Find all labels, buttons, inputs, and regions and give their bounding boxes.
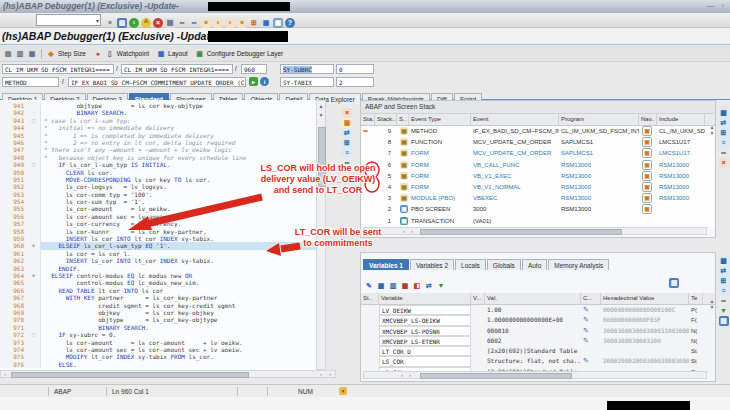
- code-line-958[interactable]: 958 ls_cor-kunnr = ls_cor_key-partner.: [0, 228, 316, 235]
- line-number[interactable]: 959: [0, 235, 27, 242]
- fold-margin[interactable]: [27, 154, 41, 161]
- line-number[interactable]: 953: [0, 191, 27, 198]
- navigate-icon[interactable]: ▣: [642, 126, 652, 136]
- code-line-959[interactable]: 959 INSERT ls_cor INTO lt_cor INDEX sy-t…: [0, 235, 316, 242]
- variables-col-hexadecimalvalue[interactable]: Hexadecimal Value: [601, 293, 689, 304]
- fold-margin[interactable]: [27, 183, 41, 190]
- fold-margin[interactable]: [27, 257, 41, 264]
- variable-row-lt-cor-d[interactable]: LT_COR_D[2x20(692)]Standard TableSt: [361, 346, 715, 356]
- code-line-969[interactable]: 969 objkey = ls_cor_key-objkey: [0, 309, 316, 316]
- first-page-icon[interactable]: «: [201, 18, 211, 28]
- stack-col-s[interactable]: S..: [397, 114, 409, 125]
- cancel-icon[interactable]: ×: [153, 18, 163, 28]
- variable-row-ls-cor[interactable]: LS_CORStructure: flat, not cha..✎2000200…: [361, 356, 715, 366]
- format-icon[interactable]: ✎: [364, 281, 374, 291]
- stack-row-level-6[interactable]: 6▤FORMVB_CALL_FUNCRSM13000▣RSM13000: [361, 160, 715, 171]
- variables-col-te[interactable]: Te: [689, 293, 703, 304]
- close-tool-icon[interactable]: ×: [342, 108, 352, 118]
- sy-subrc-value[interactable]: 0: [336, 64, 374, 74]
- code-line-943[interactable]: 943□* case ls_cor_l-sum_typ:: [0, 117, 316, 124]
- fold-margin[interactable]: [27, 228, 41, 235]
- layout-icon[interactable]: ▦: [156, 49, 166, 59]
- navigate-icon[interactable]: ▣: [642, 171, 652, 181]
- maximize-tool-icon[interactable]: ⊞: [719, 128, 729, 138]
- code-line-965[interactable]: 965 control-modus EQ lc_modus_new_sim.: [0, 279, 316, 286]
- variables-table-header[interactable]: St..VariableV...Val.C...Hexadecimal Valu…: [361, 293, 715, 305]
- stack-row-level-8[interactable]: 8▤FUNCTIONMCV_UPDATE_CM_ORDERSAPLMCS1▣LM…: [361, 137, 715, 148]
- fold-margin[interactable]: [27, 302, 41, 309]
- command-field[interactable]: ▾: [36, 14, 101, 26]
- stack-row-level-7[interactable]: 7▤FORMMCV_UPDATE_CM_ORDERSAPLMCS1▣LMCS1U…: [361, 148, 715, 159]
- navigate-icon[interactable]: ⇄: [424, 281, 434, 291]
- stack-horizontal-scrollbar[interactable]: ‹ ›: [363, 227, 707, 235]
- sy-subrc-field[interactable]: SY-SUBRC: [280, 64, 334, 74]
- code-line-976[interactable]: 976 ELSE.: [0, 361, 316, 368]
- save-layout-icon[interactable]: ▤: [669, 278, 679, 288]
- variables-col-c[interactable]: C...: [581, 293, 601, 304]
- fold-margin[interactable]: ◆: [27, 242, 41, 249]
- services-tool-icon[interactable]: ≡: [719, 286, 729, 296]
- code-line-948[interactable]: 948* because object key is unique for ev…: [0, 154, 316, 161]
- scroll-left-icon[interactable]: ‹: [400, 228, 408, 234]
- line-number[interactable]: 971: [0, 324, 27, 331]
- line-number[interactable]: 976: [0, 361, 27, 368]
- find-next-icon[interactable]: ∞: [189, 18, 199, 28]
- swap-tool-icon[interactable]: ⇄: [719, 118, 729, 128]
- tab-variables-1[interactable]: Variables 1: [363, 259, 409, 270]
- fold-margin[interactable]: [27, 124, 41, 131]
- step-size-button[interactable]: Step Size: [58, 50, 86, 57]
- scroll-left-icon[interactable]: ‹: [398, 372, 406, 378]
- variable-row-xmcvbep-ls-etenr[interactable]: XMCVBEP_LS-ETENR0002✎3000300030003200N(: [361, 336, 715, 346]
- line-number-field[interactable]: 960: [241, 64, 267, 74]
- layout-button[interactable]: Layout: [168, 50, 188, 57]
- stack-row-level-1[interactable]: 1▣TRANSACTION(VA01): [361, 216, 715, 227]
- code-line-942[interactable]: 942 BINARY SEARCH.: [0, 109, 316, 116]
- scroll-thumb[interactable]: [11, 372, 249, 378]
- code-line-946[interactable]: 946* 2 => no entry in lt_cor, delta logi…: [0, 139, 316, 146]
- variables-vertical-scrollbar[interactable]: ▲▼: [708, 298, 716, 310]
- watchpoint-button[interactable]: Watchpoint: [117, 50, 149, 57]
- line-number[interactable]: 950: [0, 169, 27, 176]
- next-page-icon[interactable]: ›: [225, 18, 235, 28]
- step-size-icon[interactable]: ◈: [46, 49, 56, 59]
- code-line-963[interactable]: 963 ENDIF.: [0, 265, 316, 272]
- line-number[interactable]: 963: [0, 265, 27, 272]
- scroll-thumb[interactable]: [420, 373, 572, 379]
- desktop-config-3-icon[interactable]: ▦: [27, 49, 37, 59]
- fold-margin[interactable]: [27, 176, 41, 183]
- line-number[interactable]: 945: [0, 132, 27, 139]
- code-line-970[interactable]: 970 objtype = ls_cor_key-objtype: [0, 316, 316, 323]
- edit-pencil-icon[interactable]: ✎: [583, 316, 589, 323]
- edit-pencil-icon[interactable]: ✎: [583, 337, 589, 344]
- scroll-up-icon[interactable]: ▲: [317, 102, 325, 110]
- maximize-tool-icon[interactable]: ⊞: [342, 138, 352, 148]
- fold-margin[interactable]: [27, 205, 41, 212]
- search-tool-icon[interactable]: ∞: [719, 296, 729, 306]
- last-page-icon[interactable]: »: [237, 18, 247, 28]
- fold-margin[interactable]: [27, 191, 41, 198]
- code-line-960[interactable]: 960◆ ELSEIF ls_cor_l-sum_typ EQ '1'.: [0, 242, 316, 249]
- stack-col-sta[interactable]: Sta..: [361, 114, 375, 125]
- swap-tool-icon[interactable]: ⇄: [342, 128, 352, 138]
- gui-settings-icon[interactable]: ▣: [273, 18, 283, 28]
- sy-tabix-value[interactable]: 2: [336, 77, 374, 87]
- code-line-962[interactable]: 962 INSERT ls_cor INTO lt_cor INDEX sy-t…: [0, 257, 316, 264]
- code-line-945[interactable]: 945* 1 => is completed by immediate deli…: [0, 132, 316, 139]
- fold-margin[interactable]: [27, 309, 41, 316]
- fold-margin[interactable]: [27, 102, 41, 109]
- fold-margin[interactable]: [27, 169, 41, 176]
- save-icon[interactable]: ▤: [117, 18, 127, 28]
- fold-margin[interactable]: □: [27, 331, 41, 338]
- variable-row-xmcvbep-ls-oeikw[interactable]: XMCVBEP_LS-OEIKW1.000000000000000E+00✎00…: [361, 315, 715, 325]
- variables-col-variable[interactable]: Variable: [379, 293, 471, 304]
- configure-layer-icon[interactable]: ▣: [195, 49, 205, 59]
- tab-memory-analysis[interactable]: Memory Analysis: [548, 259, 609, 270]
- navigate-icon[interactable]: ▣: [642, 204, 652, 214]
- print-icon[interactable]: ▤: [165, 18, 175, 28]
- variable-row-lv-oeikw[interactable]: LV_OEIKW1.00✎0000000000000000100CP(: [361, 305, 715, 315]
- stack-col-stack[interactable]: Stack..: [375, 114, 397, 125]
- line-number[interactable]: 965: [0, 279, 27, 286]
- line-number[interactable]: 942: [0, 109, 27, 116]
- edit-pencil-icon[interactable]: ✎: [583, 306, 589, 313]
- fold-margin[interactable]: [27, 339, 41, 346]
